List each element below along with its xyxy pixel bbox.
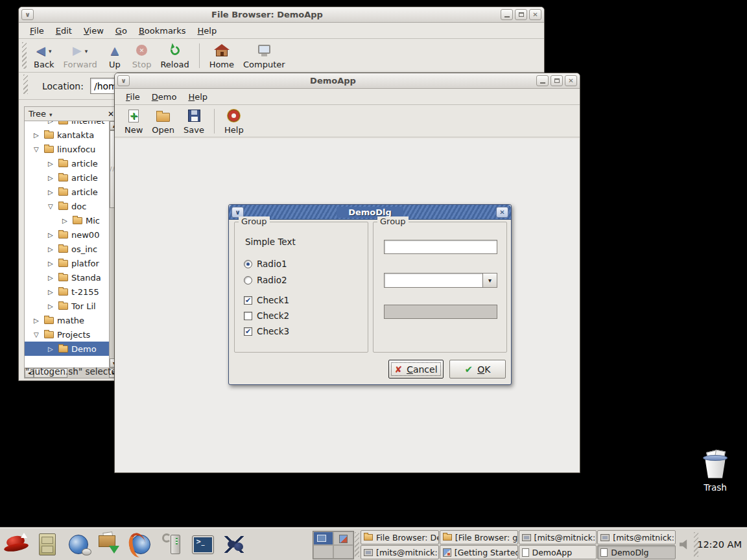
- tree-item[interactable]: os_inc: [25, 242, 109, 256]
- launcher-package-manager[interactable]: [96, 531, 123, 558]
- task-button[interactable]: [Getting Started: [440, 545, 518, 559]
- tree-item[interactable]: internet: [25, 121, 109, 128]
- up-button[interactable]: Up: [102, 40, 128, 71]
- close-button[interactable]: [565, 75, 577, 86]
- workspace-3[interactable]: [313, 545, 333, 559]
- file-browser-titlebar[interactable]: File Browser: DemoApp: [19, 7, 544, 23]
- expander-icon[interactable]: [48, 231, 55, 239]
- checkbox-icon[interactable]: [244, 312, 252, 320]
- expander-icon[interactable]: [48, 246, 55, 253]
- radio-radio1[interactable]: Radio1: [244, 259, 287, 269]
- tree-item[interactable]: article: [25, 170, 109, 185]
- tree-item[interactable]: t-2155: [25, 285, 109, 299]
- expander-icon[interactable]: [48, 260, 55, 267]
- menu-file[interactable]: File: [120, 89, 146, 104]
- expander-icon[interactable]: [48, 121, 55, 124]
- checkbox-check3[interactable]: Check3: [244, 326, 289, 336]
- save-button[interactable]: Save: [179, 106, 209, 137]
- sidebar-dropdown-icon[interactable]: [49, 109, 53, 119]
- expander-icon[interactable]: [34, 132, 41, 139]
- desktop[interactable]: { "file_browser": { "title": "File Brows…: [0, 0, 747, 560]
- sidebar-header[interactable]: Tree: [25, 107, 118, 121]
- menu-view[interactable]: View: [78, 23, 110, 38]
- text-input[interactable]: [384, 240, 497, 254]
- task-button-active[interactable]: DemoDlg: [597, 545, 676, 559]
- radio-button-icon[interactable]: [244, 260, 252, 268]
- tree-item[interactable]: article: [25, 185, 109, 199]
- menu-bookmarks[interactable]: Bookmarks: [133, 23, 192, 38]
- tree-item[interactable]: doc: [25, 199, 109, 213]
- new-button[interactable]: New: [120, 106, 147, 137]
- reload-button[interactable]: Reload: [156, 40, 193, 71]
- launcher-terminal[interactable]: [189, 531, 217, 558]
- tree-item[interactable]: platfor: [25, 256, 109, 270]
- forward-dropdown-icon[interactable]: [85, 45, 88, 55]
- computer-button[interactable]: Computer: [239, 40, 290, 71]
- launcher-web-browser[interactable]: [65, 531, 92, 558]
- task-button[interactable]: [mits@mitnick:~: [597, 530, 676, 544]
- window-menu-icon[interactable]: [231, 207, 244, 218]
- menu-help[interactable]: Help: [192, 23, 223, 38]
- sidebar-close-icon[interactable]: [108, 109, 114, 119]
- close-button[interactable]: [529, 9, 541, 20]
- checkbox-check1[interactable]: Check1: [244, 295, 289, 305]
- window-menu-icon[interactable]: [117, 75, 130, 86]
- taskbar-clock[interactable]: 12:20 AM: [697, 528, 742, 560]
- launcher-modem[interactable]: [158, 531, 185, 558]
- expander-icon[interactable]: [48, 189, 55, 196]
- tree-item[interactable]: Projects: [25, 327, 109, 342]
- expander-icon[interactable]: [34, 317, 41, 324]
- window-menu-icon[interactable]: [21, 9, 34, 20]
- tree-item[interactable]: Tor Lil: [25, 299, 109, 313]
- forward-button[interactable]: Forward: [59, 40, 102, 71]
- open-button[interactable]: Open: [147, 106, 179, 137]
- menu-help[interactable]: Help: [182, 89, 213, 104]
- launcher-bug-tool[interactable]: [220, 531, 248, 558]
- tree-item[interactable]: linuxfocu: [25, 142, 109, 156]
- help-button[interactable]: Help: [220, 106, 248, 137]
- trash-desktop-icon[interactable]: Trash: [695, 452, 735, 493]
- checkbox-icon[interactable]: [244, 327, 252, 336]
- location-bar-handle[interactable]: [23, 75, 28, 94]
- combo-dropdown-icon[interactable]: [483, 273, 497, 288]
- tree-item[interactable]: kantakta: [25, 128, 109, 142]
- launcher-file-cabinet[interactable]: [34, 531, 61, 558]
- launcher-web-browser-flame[interactable]: [127, 531, 154, 558]
- workspace-2[interactable]: [333, 531, 353, 545]
- maximize-button[interactable]: [515, 9, 527, 20]
- menu-file[interactable]: File: [24, 23, 50, 38]
- expander-icon[interactable]: [62, 217, 69, 224]
- expander-icon[interactable]: [48, 274, 55, 281]
- task-button[interactable]: [mits@mitnick:~: [361, 545, 439, 559]
- menu-demo[interactable]: Demo: [146, 89, 183, 104]
- menu-go[interactable]: Go: [110, 23, 133, 38]
- maximize-button[interactable]: [551, 75, 563, 86]
- expander-icon[interactable]: [34, 331, 41, 338]
- tree-item[interactable]: new00: [25, 228, 109, 242]
- workspace-1[interactable]: [313, 531, 333, 545]
- task-button[interactable]: DemoApp: [519, 545, 597, 559]
- expander-icon[interactable]: [34, 146, 41, 153]
- expander-icon[interactable]: [48, 303, 55, 310]
- close-button[interactable]: [496, 207, 508, 218]
- back-dropdown-icon[interactable]: [49, 45, 52, 55]
- minimize-button[interactable]: [501, 9, 513, 20]
- task-button[interactable]: File Browser: De: [361, 530, 439, 544]
- tree-item[interactable]: mathe: [25, 313, 109, 327]
- task-button[interactable]: [mits@mitnick:~: [519, 530, 597, 544]
- cancel-button[interactable]: Cancel: [388, 360, 444, 379]
- volume-icon[interactable]: [680, 539, 691, 550]
- combo-box[interactable]: [384, 273, 497, 288]
- task-button[interactable]: [File Browser: gt: [440, 530, 518, 544]
- launcher-redhat-menu[interactable]: [3, 531, 30, 558]
- workspace-4[interactable]: [333, 545, 353, 559]
- expander-icon[interactable]: [48, 288, 55, 296]
- stop-button[interactable]: Stop: [128, 40, 156, 71]
- demodlg-titlebar[interactable]: DemoDlg: [229, 205, 511, 220]
- home-button[interactable]: Home: [205, 40, 239, 71]
- checkbox-icon[interactable]: [244, 296, 252, 305]
- ok-button[interactable]: OK: [449, 360, 506, 379]
- menu-edit[interactable]: Edit: [50, 23, 78, 38]
- back-button[interactable]: Back: [29, 40, 59, 71]
- expander-icon[interactable]: [48, 160, 55, 167]
